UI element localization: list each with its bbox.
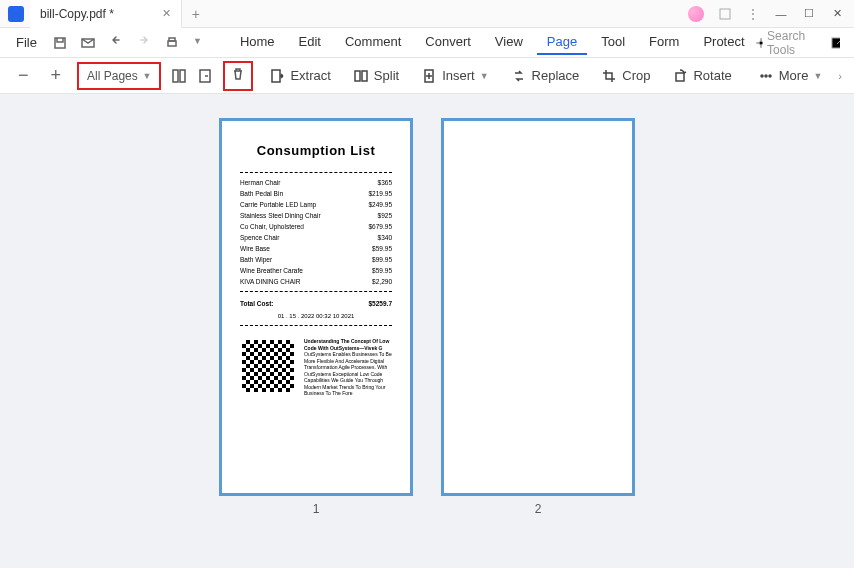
redo-icon[interactable] bbox=[137, 36, 151, 50]
print-dropdown-icon[interactable]: ▼ bbox=[193, 36, 202, 50]
svg-point-14 bbox=[761, 75, 763, 77]
extract-icon bbox=[269, 68, 285, 84]
svg-rect-13 bbox=[676, 73, 684, 81]
footer-body: OutSystems Enables Businesses To Be More… bbox=[304, 351, 392, 397]
line-item: Bath Wiper$99.95 bbox=[240, 254, 392, 265]
rotate-icon bbox=[672, 68, 688, 84]
save-icon[interactable] bbox=[53, 36, 67, 50]
document-tab[interactable]: bill-Copy.pdf * ✕ bbox=[30, 0, 182, 28]
page-layout-1-icon[interactable] bbox=[171, 68, 187, 84]
divider bbox=[240, 325, 392, 326]
line-item: Co Chair, Upholstered$679.95 bbox=[240, 221, 392, 232]
split-icon bbox=[353, 68, 369, 84]
sparkle-icon bbox=[755, 37, 764, 49]
page-range-dropdown[interactable]: All Pages ▼ bbox=[77, 62, 161, 90]
chevron-down-icon: ▼ bbox=[813, 71, 822, 81]
more-button[interactable]: More ▼ bbox=[752, 64, 829, 88]
svg-rect-5 bbox=[832, 38, 840, 48]
doc-timestamp: 01 . 15 . 2022 00:32 10 2021 bbox=[240, 313, 392, 319]
delete-page-button[interactable] bbox=[223, 61, 253, 91]
kebab-menu-icon[interactable]: ⋮ bbox=[746, 6, 760, 22]
line-item: Carrie Portable LED Lamp$249.95 bbox=[240, 199, 392, 210]
insert-icon bbox=[421, 68, 437, 84]
minimize-button[interactable]: — bbox=[774, 7, 788, 21]
svg-point-16 bbox=[769, 75, 771, 77]
total-label: Total Cost: bbox=[240, 300, 273, 307]
search-tools[interactable]: Search Tools bbox=[755, 29, 817, 57]
line-item: Wine Breather Carafe$59.95 bbox=[240, 265, 392, 276]
svg-rect-9 bbox=[272, 70, 280, 82]
qr-code bbox=[240, 338, 296, 394]
svg-rect-11 bbox=[362, 71, 367, 81]
line-item: KIVA DINING CHAIR$2,290 bbox=[240, 276, 392, 287]
total-value: $5259.7 bbox=[369, 300, 393, 307]
replace-icon bbox=[511, 68, 527, 84]
undo-icon[interactable] bbox=[109, 36, 123, 50]
svg-rect-4 bbox=[169, 38, 175, 41]
replace-button[interactable]: Replace bbox=[505, 64, 586, 88]
share-icon[interactable] bbox=[830, 36, 840, 50]
divider bbox=[240, 172, 392, 173]
menu-home[interactable]: Home bbox=[230, 30, 285, 55]
file-menu[interactable]: File bbox=[8, 35, 45, 50]
close-window-button[interactable]: ✕ bbox=[830, 7, 844, 21]
trash-icon bbox=[230, 66, 246, 82]
svg-rect-7 bbox=[180, 70, 185, 82]
crop-icon bbox=[601, 68, 617, 84]
page-layout-2-icon[interactable] bbox=[197, 68, 213, 84]
menu-convert[interactable]: Convert bbox=[415, 30, 481, 55]
mail-icon[interactable] bbox=[81, 36, 95, 50]
line-item: Wire Base$59.95 bbox=[240, 243, 392, 254]
insert-button[interactable]: Insert ▼ bbox=[415, 64, 494, 88]
svg-rect-6 bbox=[173, 70, 178, 82]
page-canvas: Consumption List Herman Chair$365Bath Pe… bbox=[0, 94, 854, 540]
footer-title: Understanding The Concept Of Low Code Wi… bbox=[304, 338, 392, 351]
rotate-button[interactable]: Rotate bbox=[666, 64, 737, 88]
tab-title: bill-Copy.pdf * bbox=[40, 7, 114, 21]
menu-comment[interactable]: Comment bbox=[335, 30, 411, 55]
page-number-2: 2 bbox=[535, 502, 542, 516]
toolbar-overflow-icon[interactable]: › bbox=[838, 70, 842, 82]
extract-button[interactable]: Extract bbox=[263, 64, 336, 88]
close-tab-icon[interactable]: ✕ bbox=[162, 7, 171, 20]
zoom-out-button[interactable]: − bbox=[12, 65, 35, 86]
line-item: Bath Pedal Bin$219.95 bbox=[240, 188, 392, 199]
menu-view[interactable]: View bbox=[485, 30, 533, 55]
menu-page[interactable]: Page bbox=[537, 30, 587, 55]
page-thumbnail-1[interactable]: Consumption List Herman Chair$365Bath Pe… bbox=[219, 118, 413, 496]
page-thumbnail-2[interactable] bbox=[441, 118, 635, 496]
divider bbox=[240, 291, 392, 292]
page-number-1: 1 bbox=[313, 502, 320, 516]
svg-rect-10 bbox=[355, 71, 360, 81]
notification-icon[interactable] bbox=[718, 7, 732, 21]
menu-edit[interactable]: Edit bbox=[289, 30, 331, 55]
menu-tool[interactable]: Tool bbox=[591, 30, 635, 55]
crop-button[interactable]: Crop bbox=[595, 64, 656, 88]
svg-rect-0 bbox=[720, 9, 730, 19]
account-avatar[interactable] bbox=[688, 6, 704, 22]
chevron-down-icon: ▼ bbox=[480, 71, 489, 81]
svg-point-15 bbox=[765, 75, 767, 77]
line-item: Spence Chair$340 bbox=[240, 232, 392, 243]
print-icon[interactable] bbox=[165, 36, 179, 50]
split-button[interactable]: Split bbox=[347, 64, 405, 88]
doc-title: Consumption List bbox=[240, 143, 392, 158]
menu-form[interactable]: Form bbox=[639, 30, 689, 55]
app-icon bbox=[8, 6, 24, 22]
zoom-in-button[interactable]: + bbox=[45, 65, 68, 86]
new-tab-button[interactable]: + bbox=[182, 6, 210, 22]
chevron-down-icon: ▼ bbox=[142, 71, 151, 81]
line-item: Herman Chair$365 bbox=[240, 177, 392, 188]
more-icon bbox=[758, 68, 774, 84]
maximize-button[interactable]: ☐ bbox=[802, 7, 816, 21]
line-item: Stainless Steel Dining Chair$925 bbox=[240, 210, 392, 221]
menu-protect[interactable]: Protect bbox=[693, 30, 754, 55]
